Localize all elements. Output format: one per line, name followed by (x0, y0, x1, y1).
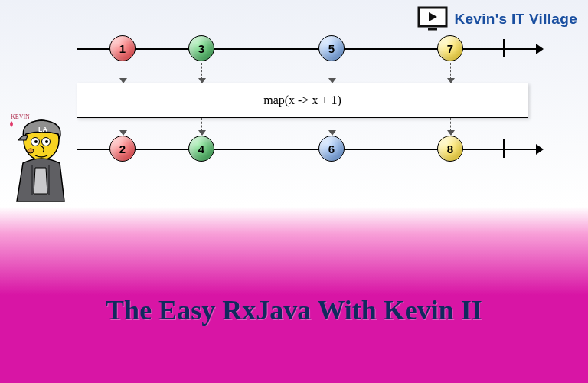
svg-text:KEVIN: KEVIN (11, 113, 30, 120)
marble-value: 3 (198, 42, 204, 55)
svg-point-7 (34, 140, 38, 143)
svg-point-8 (45, 140, 48, 143)
play-monitor-icon (417, 6, 448, 32)
flow-arrow-icon (122, 63, 123, 83)
operator-label: map(x -> x + 1) (263, 93, 341, 107)
timeline-axis (77, 149, 536, 150)
input-marble: 5 (318, 35, 345, 61)
svg-text:LA: LA (38, 126, 47, 133)
title-banner: The Easy RxJava With Kevin II (0, 207, 588, 383)
marble-value: 8 (447, 142, 453, 155)
arrowhead-icon (536, 144, 544, 155)
output-marble: 6 (318, 136, 345, 162)
input-marble: 3 (188, 35, 214, 61)
output-timeline: 2468 (77, 129, 551, 168)
svg-point-9 (28, 149, 34, 153)
marble-diagram: 1357 map(x -> x + 1) 2468 (77, 29, 551, 168)
page-title: The Easy RxJava With Kevin II (106, 294, 482, 326)
output-marble: 4 (188, 136, 214, 162)
brand-name: Kevin's IT Village (454, 11, 577, 28)
complete-bar-icon (503, 39, 505, 57)
flow-arrow-icon (201, 63, 202, 83)
marble-value: 2 (119, 142, 126, 155)
brand-logo-block: Kevin's IT Village (417, 6, 577, 32)
operator-box: map(x -> x + 1) (77, 83, 528, 118)
input-timeline: 1357 (77, 29, 551, 67)
diagram-area: Kevin's IT Village LA KEVIN 1357 (0, 0, 588, 207)
flow-arrow-icon (332, 118, 332, 135)
flow-arrow-icon (332, 63, 332, 83)
arrowhead-icon (536, 44, 544, 54)
marble-value: 7 (447, 42, 453, 55)
flow-arrow-icon (122, 118, 123, 135)
flow-arrow-icon (450, 63, 451, 83)
flow-arrow-icon (450, 118, 451, 135)
marble-value: 4 (198, 142, 204, 155)
output-marble: 8 (437, 136, 463, 162)
complete-bar-icon (503, 139, 505, 158)
marble-value: 1 (119, 42, 126, 55)
marble-value: 6 (328, 142, 335, 155)
flow-arrow-icon (201, 118, 202, 135)
timeline-axis (77, 48, 536, 50)
output-marble: 2 (109, 136, 136, 162)
marble-value: 5 (328, 42, 335, 55)
input-marble: 1 (109, 35, 136, 61)
input-marble: 7 (437, 35, 463, 61)
kevin-avatar: LA KEVIN (5, 103, 75, 203)
